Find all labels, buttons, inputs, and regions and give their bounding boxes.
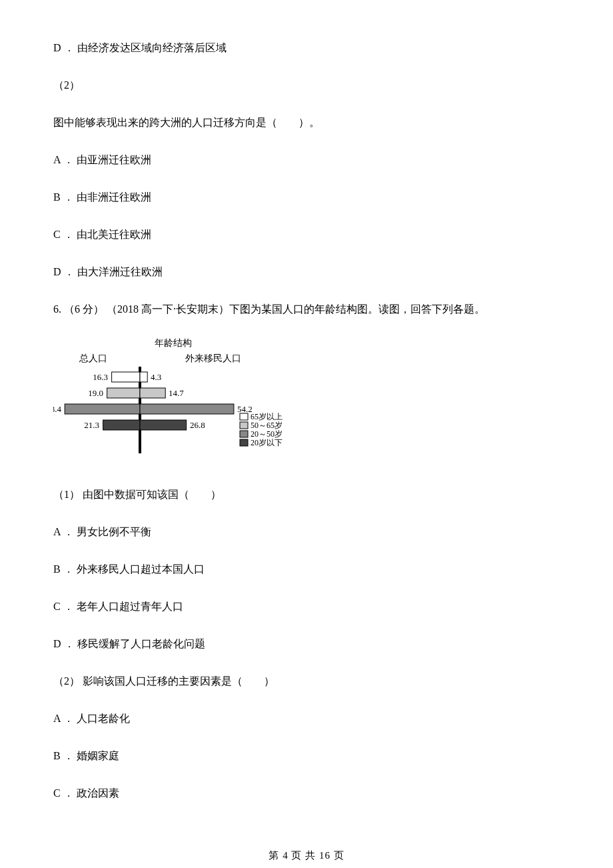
sub2-option-a: A ． 由亚洲迁往欧洲 bbox=[53, 152, 560, 168]
q6-sub2-option-a: A ． 人口老龄化 bbox=[53, 711, 560, 727]
svg-rect-4 bbox=[140, 388, 165, 398]
chart-right-label: 外来移民人口 bbox=[133, 351, 293, 365]
chart-left-label: 总人口 bbox=[53, 351, 133, 365]
sub2-option-c: C ． 由北美迁往欧洲 bbox=[53, 227, 560, 243]
sub-question-2-label: （2） bbox=[53, 77, 560, 93]
sub-question-2-text: 图中能够表现出来的跨大洲的人口迁移方向是（ ）。 bbox=[53, 115, 560, 131]
svg-rect-1 bbox=[112, 372, 140, 382]
q6-sub2-label: （2） 影响该国人口迁移的主要因素是（ ） bbox=[53, 673, 560, 689]
question-6-intro: 6. （6 分） （2018 高一下·长安期末）下图为某国人口的年龄结构图。读图… bbox=[53, 301, 560, 317]
q6-sub1-option-b: B ． 外来移民人口超过本国人口 bbox=[53, 561, 560, 577]
page-content: D ． 由经济发达区域向经济落后区域 （2） 图中能够表现出来的跨大洲的人口迁移… bbox=[0, 0, 613, 868]
page-footer: 第 4 页 共 16 页 bbox=[53, 848, 560, 863]
q6-sub1-label: （1） 由图中数据可知该国（ ） bbox=[53, 487, 560, 503]
svg-rect-8 bbox=[140, 420, 187, 430]
q6-sub1-option-c: C ． 老年人口超过青年人口 bbox=[53, 599, 560, 615]
migrant-50-65-value: 14.7 bbox=[169, 388, 184, 398]
chart-legend: 65岁以上 50～65岁 20～50岁 20岁以下 bbox=[240, 412, 283, 447]
sub2-option-d: D ． 由大洋洲迁往欧洲 bbox=[53, 264, 560, 280]
svg-rect-3 bbox=[107, 388, 140, 398]
migrant-under20-value: 26.8 bbox=[190, 420, 205, 430]
q6-sub1-option-a: A ． 男女比例不平衡 bbox=[53, 524, 560, 540]
svg-rect-10 bbox=[240, 422, 248, 429]
total-50-65-value: 19.0 bbox=[88, 388, 103, 398]
svg-rect-11 bbox=[240, 431, 248, 437]
chart-header: 总人口 外来移民人口 bbox=[53, 351, 293, 365]
svg-rect-7 bbox=[103, 420, 140, 430]
chart-title: 年龄结构 bbox=[53, 336, 293, 350]
age-structure-chart: 年龄结构 总人口 外来移民人口 16.3 4.3 19.0 14.7 bbox=[53, 336, 293, 467]
svg-rect-12 bbox=[240, 439, 248, 446]
q6-sub2-option-b: B ． 婚姻家庭 bbox=[53, 748, 560, 764]
legend-65plus: 65岁以上 bbox=[251, 412, 283, 421]
svg-rect-9 bbox=[240, 413, 248, 420]
sub2-option-b: B ． 由非洲迁往欧洲 bbox=[53, 189, 560, 205]
legend-20-50: 20～50岁 bbox=[251, 429, 283, 439]
migrant-65plus-value: 4.3 bbox=[151, 372, 161, 382]
previous-option-d: D ． 由经济发达区域向经济落后区域 bbox=[53, 40, 560, 56]
q6-sub2-option-c: C ． 政治因素 bbox=[53, 785, 560, 801]
svg-rect-6 bbox=[140, 404, 234, 414]
total-under20-value: 21.3 bbox=[84, 420, 99, 430]
legend-under20: 20岁以下 bbox=[251, 438, 283, 447]
total-20-50-value: 43.4 bbox=[53, 404, 62, 414]
svg-rect-2 bbox=[140, 372, 147, 382]
q6-sub1-option-d: D ． 移民缓解了人口老龄化问题 bbox=[53, 636, 560, 652]
legend-50-65: 50～65岁 bbox=[251, 421, 283, 430]
chart-svg: 16.3 4.3 19.0 14.7 43.4 54.2 21.3 bbox=[53, 367, 293, 467]
svg-rect-5 bbox=[65, 404, 140, 414]
total-65plus-value: 16.3 bbox=[93, 372, 108, 382]
